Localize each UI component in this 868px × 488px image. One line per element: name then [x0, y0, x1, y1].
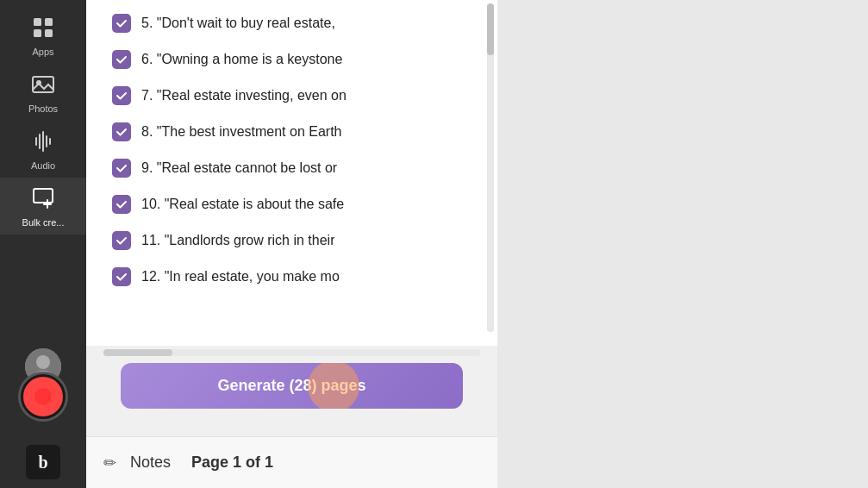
sidebar-item-apps-label: Apps — [32, 47, 53, 57]
sidebar-item-bulk-create[interactable]: Bulk cre... — [0, 178, 86, 235]
main-content: 5. "Don't wait to buy real estate, 6. "O… — [86, 0, 497, 488]
generate-btn-wrapper: Generate (28) pages — [86, 363, 497, 436]
checkbox[interactable] — [112, 86, 131, 105]
list-item[interactable]: 12. "In real estate, you make mo — [103, 259, 497, 295]
item-text: 5. "Don't wait to buy real estate, — [141, 16, 335, 31]
record-button-inner — [34, 388, 52, 405]
sidebar-item-audio-label: Audio — [31, 160, 55, 171]
checkbox[interactable] — [112, 14, 131, 33]
checkbox[interactable] — [112, 50, 131, 69]
list-item[interactable]: 8. "The best investment on Earth — [103, 114, 497, 150]
svg-rect-1 — [45, 18, 53, 26]
brand-logo-text: b — [38, 453, 47, 472]
checkbox[interactable] — [112, 195, 131, 214]
sidebar-item-apps[interactable]: Apps — [0, 7, 86, 64]
list-item[interactable]: 7. "Real estate investing, even on — [103, 78, 497, 114]
list-item[interactable]: 6. "Owning a home is a keystone — [103, 41, 497, 78]
grid-icon — [31, 16, 55, 43]
checkbox[interactable] — [112, 159, 131, 178]
list-item[interactable]: 10. "Real estate is about the safe — [103, 186, 497, 222]
bulk-create-icon — [31, 186, 55, 214]
list-item[interactable]: 5. "Don't wait to buy real estate, — [103, 5, 497, 41]
svg-point-8 — [36, 355, 50, 369]
item-text: 6. "Owning a home is a keystone — [141, 52, 342, 67]
record-button[interactable] — [21, 374, 66, 419]
vertical-scroll-thumb — [487, 3, 494, 55]
brand-logo: b — [26, 445, 60, 479]
bottom-bar: ✏ Notes Page 1 of 1 — [86, 436, 497, 488]
item-text: 8. "The best investment on Earth — [141, 124, 341, 140]
photo-icon — [31, 72, 55, 100]
sidebar-item-photos[interactable]: Photos — [0, 64, 86, 121]
svg-rect-6 — [34, 189, 53, 203]
page-info: Page 1 of 1 — [191, 454, 273, 472]
sidebar: Apps Photos Audio Bulk cre... — [0, 0, 86, 488]
sidebar-item-photos-label: Photos — [28, 103, 58, 114]
list-item[interactable]: 11. "Landlords grow rich in their — [103, 222, 497, 259]
audio-icon — [31, 129, 55, 157]
item-text: 11. "Landlords grow rich in their — [141, 233, 334, 248]
vertical-scrollbar[interactable] — [487, 3, 494, 332]
horizontal-scroll-thumb — [103, 349, 172, 356]
checklist-items: 5. "Don't wait to buy real estate, 6. "O… — [86, 0, 497, 300]
sidebar-item-bulk-create-label: Bulk cre... — [22, 217, 65, 228]
notes-label: Notes — [130, 454, 171, 472]
checkbox[interactable] — [112, 122, 131, 141]
sidebar-item-audio[interactable]: Audio — [0, 121, 86, 178]
horizontal-scrollbar[interactable] — [103, 349, 480, 356]
list-item[interactable]: 9. "Real estate cannot be lost or — [103, 150, 497, 186]
item-text: 12. "In real estate, you make mo — [141, 269, 340, 285]
item-text: 10. "Real estate is about the safe — [141, 197, 344, 212]
svg-rect-3 — [45, 29, 53, 37]
generate-button[interactable]: Generate (28) pages — [121, 363, 463, 409]
checkbox[interactable] — [112, 267, 131, 286]
notes-icon: ✏ — [103, 454, 116, 472]
svg-rect-4 — [33, 77, 53, 92]
checklist-area: 5. "Don't wait to buy real estate, 6. "O… — [86, 0, 497, 346]
svg-rect-2 — [34, 29, 41, 37]
right-panel — [497, 0, 868, 488]
item-text: 9. "Real estate cannot be lost or — [141, 160, 337, 176]
item-text: 7. "Real estate investing, even on — [141, 88, 347, 103]
svg-rect-0 — [34, 18, 41, 26]
checkbox[interactable] — [112, 231, 131, 250]
generate-button-label: Generate (28) pages — [217, 377, 365, 394]
